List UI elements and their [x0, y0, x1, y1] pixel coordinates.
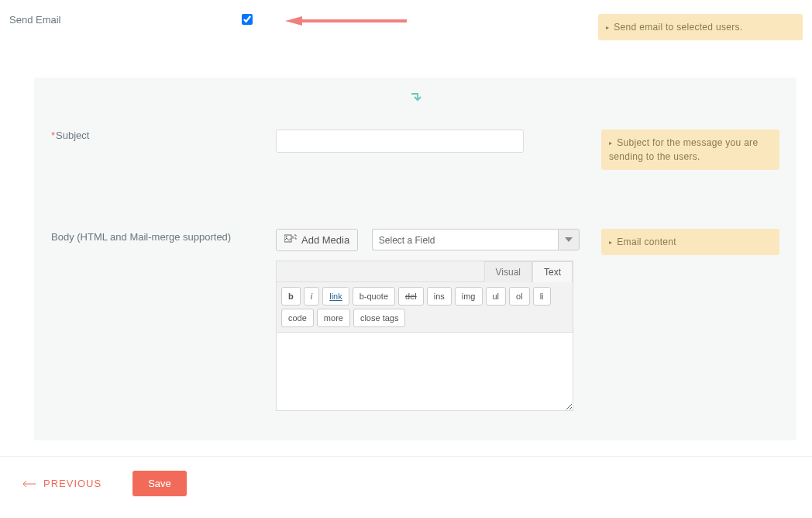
body-help-text: Email content — [617, 237, 676, 247]
quicktags-toolbar: b i link b-quote del ins img ul ol li co… — [277, 282, 573, 333]
tab-visual[interactable]: Visual — [484, 261, 532, 282]
annotation-arrow-icon — [271, 14, 411, 30]
editor-tabs: Visual Text — [277, 261, 573, 282]
field-select: Select a Field — [372, 229, 580, 250]
subject-row: *Subject ▸Subject for the message you ar… — [43, 123, 787, 176]
field-select-value[interactable]: Select a Field — [372, 229, 558, 250]
panel-arrow-icon — [43, 85, 787, 123]
footer: PREVIOUS Save — [0, 456, 812, 510]
subject-label-text: Subject — [56, 130, 89, 141]
qt-link-button[interactable]: link — [322, 287, 349, 306]
subject-input-col — [276, 130, 586, 153]
subject-label: *Subject — [51, 130, 276, 141]
svg-rect-2 — [284, 235, 291, 242]
tab-text[interactable]: Text — [532, 261, 573, 282]
qt-del-button[interactable]: del — [398, 287, 424, 306]
required-asterisk: * — [51, 130, 55, 141]
subject-input[interactable] — [276, 130, 524, 153]
bullet-icon: ▸ — [609, 239, 612, 246]
qt-ul-button[interactable]: ul — [486, 287, 507, 306]
subject-help-text: Subject for the message you are sending … — [609, 137, 758, 162]
previous-label: PREVIOUS — [43, 478, 102, 489]
qt-img-button[interactable]: img — [455, 287, 483, 306]
email-detail-panel: *Subject ▸Subject for the message you ar… — [34, 78, 797, 440]
save-button[interactable]: Save — [132, 471, 187, 496]
add-media-label: Add Media — [301, 234, 349, 246]
add-media-button[interactable]: Add Media — [276, 229, 358, 251]
bullet-icon: ▸ — [606, 24, 609, 31]
body-help-col: ▸Email content — [586, 229, 779, 255]
editor: Visual Text b i link b-quote del ins img… — [276, 261, 573, 411]
svg-marker-4 — [565, 237, 573, 242]
field-select-toggle[interactable] — [558, 229, 580, 250]
send-email-row: Send Email ▸Send email to selected users… — [0, 0, 812, 47]
send-email-input-col — [242, 14, 583, 30]
qt-close-button[interactable]: close tags — [353, 309, 406, 327]
qt-bquote-button[interactable]: b-quote — [353, 287, 395, 306]
send-email-label: Send Email — [9, 14, 242, 26]
send-email-help-col: ▸Send email to selected users. — [583, 14, 803, 40]
send-email-help-text: Send email to selected users. — [614, 22, 742, 33]
previous-link[interactable]: PREVIOUS — [22, 478, 102, 489]
qt-ins-button[interactable]: ins — [427, 287, 452, 306]
qt-more-button[interactable]: more — [317, 309, 350, 327]
send-email-help: ▸Send email to selected users. — [598, 14, 803, 40]
svg-point-3 — [286, 237, 287, 238]
body-help: ▸Email content — [601, 229, 779, 255]
subject-help: ▸Subject for the message you are sending… — [601, 130, 779, 170]
body-toolbar-line: Add Media Select a Field — [276, 229, 586, 251]
svg-marker-1 — [285, 16, 302, 26]
qt-italic-button[interactable]: i — [304, 287, 319, 306]
body-input-col: Add Media Select a Field Visual Text b i — [276, 229, 586, 411]
arrow-left-icon — [22, 478, 36, 489]
media-icon — [284, 233, 297, 247]
body-textarea[interactable] — [277, 333, 573, 410]
qt-bold-button[interactable]: b — [281, 287, 301, 306]
body-row: Body (HTML and Mail-merge supported) Add… — [43, 223, 787, 417]
qt-code-button[interactable]: code — [281, 309, 314, 327]
bullet-icon: ▸ — [609, 140, 612, 147]
qt-ol-button[interactable]: ol — [509, 287, 530, 306]
qt-li-button[interactable]: li — [533, 287, 551, 306]
send-email-checkbox[interactable] — [242, 14, 253, 25]
spacer — [43, 176, 787, 223]
subject-help-col: ▸Subject for the message you are sending… — [586, 130, 779, 170]
body-label: Body (HTML and Mail-merge supported) — [51, 229, 276, 244]
